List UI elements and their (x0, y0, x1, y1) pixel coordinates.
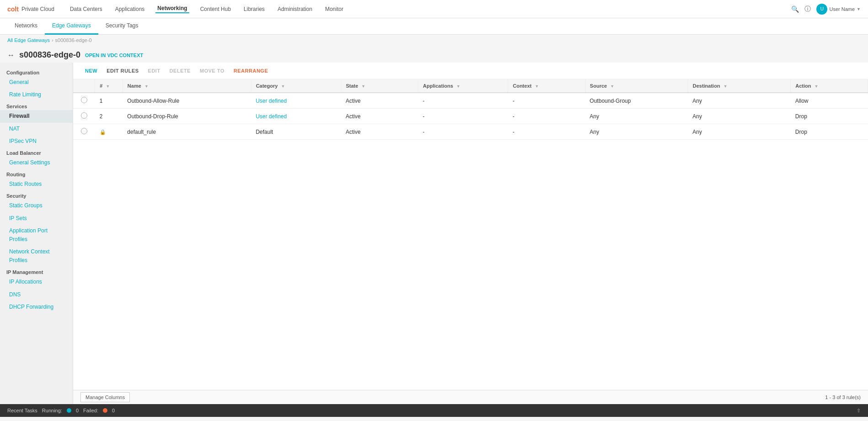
new-button[interactable]: NEW (80, 66, 102, 75)
sort-source-icon: ▼ (610, 84, 614, 89)
user-avatar: U (816, 4, 827, 15)
edge-gateway-icon: ↔ (7, 51, 15, 59)
tab-networks[interactable]: Networks (7, 18, 45, 35)
cell-destination-3: Any (688, 124, 791, 140)
cell-name-2: Outbound-Drop-Rule (122, 109, 251, 124)
col-header-name[interactable]: Name ▼ (122, 79, 251, 93)
page-header: ↔ s000836-edge-0 OPEN IN VDC CONTEXT (0, 46, 868, 63)
col-header-action[interactable]: Action ▼ (791, 79, 868, 93)
rearrange-button[interactable]: REARRANGE (229, 66, 272, 75)
col-header-state[interactable]: State ▼ (341, 79, 418, 93)
sort-category-icon: ▼ (281, 84, 285, 89)
sidebar-section-configuration: Configuration (0, 67, 73, 76)
cell-destination-2: Any (688, 109, 791, 124)
sidebar-item-rate-limiting[interactable]: Rate Limiting (0, 89, 73, 101)
sidebar-item-ip-allocations[interactable]: IP Allocations (0, 276, 73, 288)
sidebar-item-general[interactable]: General (0, 76, 73, 89)
lock-icon: 🔒 (100, 129, 106, 135)
sort-num-icon: ▼ (106, 84, 110, 89)
cell-state-2: Active (341, 109, 418, 124)
sidebar-item-firewall[interactable]: Firewall (0, 110, 73, 122)
col-header-category[interactable]: Category ▼ (251, 79, 341, 93)
footer-expand-icon[interactable]: ⇧ (857, 408, 861, 414)
delete-button[interactable]: DELETE (165, 66, 195, 75)
sidebar-section-routing: Routing (0, 169, 73, 178)
sidebar-item-app-port-profiles[interactable]: Application Port Profiles (0, 225, 73, 246)
cell-name-1: Outbound-Allow-Rule (122, 93, 251, 109)
open-vdc-link[interactable]: OPEN IN VDC CONTEXT (85, 53, 143, 58)
cell-destination-1: Any (688, 93, 791, 109)
sort-action-icon: ▼ (815, 84, 819, 89)
search-icon[interactable]: 🔍 (791, 5, 799, 13)
category-link-1[interactable]: User defined (256, 98, 287, 104)
main-layout: Configuration General Rate Limiting Serv… (0, 63, 868, 404)
col-header-applications[interactable]: Applications ▼ (418, 79, 508, 93)
sort-name-icon: ▼ (144, 84, 149, 89)
breadcrumb-current: s000836-edge-0 (55, 37, 92, 43)
sidebar-section-load-balancer: Load Balancer (0, 147, 73, 157)
breadcrumb-parent-link[interactable]: All Edge Gateways (7, 37, 50, 43)
sidebar-item-nat[interactable]: NAT (0, 123, 73, 135)
sidebar-item-general-settings[interactable]: General Settings (0, 157, 73, 169)
nav-content-hub[interactable]: Content Hub (198, 6, 233, 12)
sidebar-item-dns[interactable]: DNS (0, 289, 73, 301)
col-header-source[interactable]: Source ▼ (585, 79, 688, 93)
row-radio-2[interactable] (81, 112, 87, 119)
failed-status-dot (103, 408, 107, 413)
recent-tasks-label: Recent Tasks (7, 408, 37, 413)
cell-context-2: - (508, 109, 585, 124)
nav-monitor[interactable]: Monitor (323, 6, 345, 12)
cell-action-3: Drop (791, 124, 868, 140)
edit-button[interactable]: EDIT (144, 66, 165, 75)
sub-tabs: Networks Edge Gateways Security Tags (0, 18, 868, 35)
sidebar-item-ip-sets[interactable]: IP Sets (0, 212, 73, 225)
user-menu[interactable]: U User Name ▼ (816, 4, 861, 15)
category-link-2[interactable]: User defined (256, 113, 287, 120)
sidebar-section-services: Services (0, 101, 73, 110)
content-area: NEW EDIT RULES EDIT DELETE MOVE TO REARR… (73, 63, 868, 404)
edit-rules-button[interactable]: EDIT RULES (102, 66, 143, 75)
help-icon[interactable]: ⓘ (804, 5, 811, 13)
logo-product: Private Cloud (21, 6, 54, 12)
cell-state-3: Active (341, 124, 418, 140)
col-header-destination[interactable]: Destination ▼ (688, 79, 791, 93)
tab-edge-gateways[interactable]: Edge Gateways (45, 18, 98, 35)
sidebar-item-network-context-profiles[interactable]: Network Context Profiles (0, 246, 73, 267)
cell-category-3[interactable]: Default (251, 124, 341, 140)
sidebar-item-ipsec-vpn[interactable]: IPSec VPN (0, 135, 73, 147)
firewall-rules-table: # ▼ Name ▼ Category ▼ State ▼ Applicatio… (73, 79, 868, 140)
running-status-dot (67, 408, 71, 413)
row-radio-1[interactable] (81, 97, 87, 103)
table-row[interactable]: 2Outbound-Drop-RuleUser definedActive--A… (73, 109, 868, 124)
col-header-context[interactable]: Context ▼ (508, 79, 585, 93)
nav-right-area: 🔍 ⓘ U User Name ▼ (791, 4, 861, 15)
nav-networking[interactable]: Networking (155, 5, 189, 13)
cell-applications-3: - (418, 124, 508, 140)
sidebar-item-static-groups[interactable]: Static Groups (0, 200, 73, 212)
nav-libraries[interactable]: Libraries (242, 6, 266, 12)
logo-colt: colt (7, 5, 19, 13)
user-name: User Name (829, 6, 855, 12)
pagination-info: 1 - 3 of 3 rule(s) (825, 395, 861, 400)
cell-category-2[interactable]: User defined (251, 109, 341, 124)
table-row[interactable]: 1Outbound-Allow-RuleUser definedActive--… (73, 93, 868, 109)
nav-administration[interactable]: Administration (276, 6, 314, 12)
sidebar-item-dhcp-forwarding[interactable]: DHCP Forwarding (0, 301, 73, 313)
sort-context-icon: ▼ (535, 84, 539, 89)
manage-columns-button[interactable]: Manage Columns (80, 392, 130, 402)
table-row[interactable]: 🔒default_ruleDefaultActive--AnyAnyDrop (73, 124, 868, 140)
breadcrumb-separator: › (52, 37, 53, 43)
col-header-num[interactable]: # ▼ (95, 79, 123, 93)
cell-name-3: default_rule (122, 124, 251, 140)
running-count: 0 (76, 408, 79, 413)
tab-security-tags[interactable]: Security Tags (98, 18, 146, 35)
sidebar-item-static-routes[interactable]: Static Routes (0, 178, 73, 190)
user-chevron-icon: ▼ (857, 7, 861, 11)
row-radio-3[interactable] (81, 128, 87, 134)
nav-applications[interactable]: Applications (113, 6, 147, 12)
cell-category-1[interactable]: User defined (251, 93, 341, 109)
cell-source-3: Any (585, 124, 688, 140)
move-to-button[interactable]: MOVE TO (195, 66, 229, 75)
nav-data-centers[interactable]: Data Centers (68, 6, 104, 12)
cell-applications-2: - (418, 109, 508, 124)
